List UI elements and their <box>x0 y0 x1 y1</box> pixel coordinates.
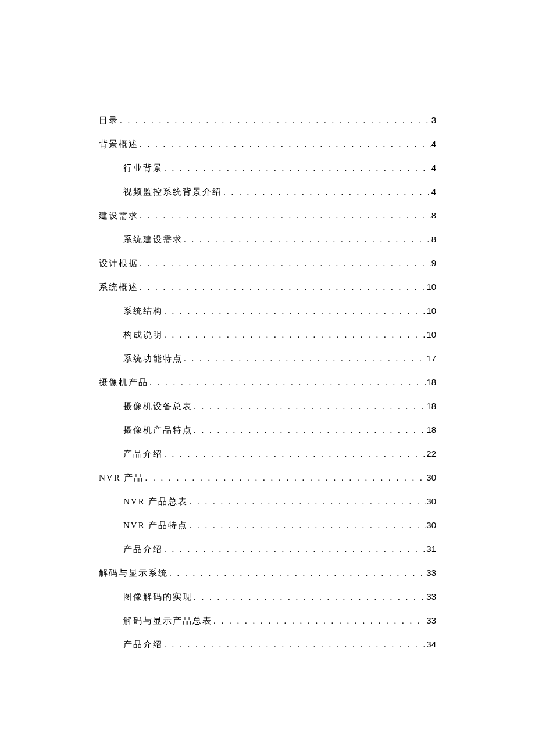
toc-entry: 背景概述. . . . . . . . . . . . . . . . . . … <box>99 139 436 150</box>
toc-entry: 摄像机产品. . . . . . . . . . . . . . . . . .… <box>99 377 436 388</box>
toc-entry: 摄像机产品特点. . . . . . . . . . . . . . . . .… <box>99 425 436 436</box>
toc-title: 摄像机设备总表 <box>123 401 192 412</box>
toc-leader-dots: . . . . . . . . . . . . . . . . . . . . … <box>168 568 426 578</box>
toc-page-number: 8 <box>431 234 436 244</box>
toc-entry: 视频监控系统背景介绍. . . . . . . . . . . . . . . … <box>99 187 436 198</box>
toc-title: 行业背景 <box>123 163 163 174</box>
toc-entry: 解码与显示系统. . . . . . . . . . . . . . . . .… <box>99 568 436 579</box>
toc-title: NVR 产品 <box>99 472 144 483</box>
toc-page-number: 4 <box>431 139 436 149</box>
toc-page-number: 31 <box>426 544 436 554</box>
toc-page-number: 34 <box>426 639 436 649</box>
toc-page-number: 22 <box>426 449 436 458</box>
toc-entry: 行业背景. . . . . . . . . . . . . . . . . . … <box>99 163 436 174</box>
toc-title: 系统建设需求 <box>123 234 183 245</box>
toc-entry: 构成说明. . . . . . . . . . . . . . . . . . … <box>99 329 436 341</box>
toc-entry: 建设需求. . . . . . . . . . . . . . . . . . … <box>99 210 436 221</box>
toc-title: 系统功能特点 <box>123 353 183 364</box>
toc-entry: 系统结构. . . . . . . . . . . . . . . . . . … <box>99 306 436 317</box>
toc-entry: 摄像机设备总表. . . . . . . . . . . . . . . . .… <box>99 401 436 412</box>
toc-entry: NVR 产品特点. . . . . . . . . . . . . . . . … <box>99 520 436 531</box>
toc-leader-dots: . . . . . . . . . . . . . . . . . . . . … <box>188 497 426 507</box>
toc-entry: 目录. . . . . . . . . . . . . . . . . . . … <box>99 115 436 126</box>
toc-title: NVR 产品总表 <box>123 496 188 507</box>
toc-entry: 产品介绍. . . . . . . . . . . . . . . . . . … <box>99 544 436 555</box>
toc-title: 图像解码的实现 <box>123 592 192 603</box>
toc-page-number: 3 <box>431 115 436 125</box>
toc-page-number: 33 <box>426 568 436 578</box>
toc-entry: 设计根据. . . . . . . . . . . . . . . . . . … <box>99 258 436 269</box>
toc-title: 目录 <box>99 115 119 126</box>
toc-leader-dots: . . . . . . . . . . . . . . . . . . . . … <box>163 544 426 554</box>
toc-title: 设计根据 <box>99 258 138 269</box>
toc-leader-dots: . . . . . . . . . . . . . . . . . . . . … <box>192 402 426 411</box>
toc-title: NVR 产品特点 <box>123 520 188 531</box>
toc-leader-dots: . . . . . . . . . . . . . . . . . . . . … <box>163 640 426 650</box>
toc-page-number: 10 <box>426 306 436 316</box>
toc-page-number: 10 <box>426 329 436 339</box>
toc-title: 系统结构 <box>123 306 163 317</box>
toc-page-number: 4 <box>431 187 436 196</box>
toc-leader-dots: . . . . . . . . . . . . . . . . . . . . … <box>138 259 431 268</box>
toc-entry: 产品介绍. . . . . . . . . . . . . . . . . . … <box>99 639 436 650</box>
toc-page-number: 18 <box>426 401 436 411</box>
toc-leader-dots: . . . . . . . . . . . . . . . . . . . . … <box>222 187 431 197</box>
toc-page-number: 4 <box>431 163 436 173</box>
toc-leader-dots: . . . . . . . . . . . . . . . . . . . . … <box>163 306 426 316</box>
toc-title: 建设需求 <box>99 210 138 221</box>
toc-leader-dots: . . . . . . . . . . . . . . . . . . . . … <box>138 139 431 149</box>
toc-leader-dots: . . . . . . . . . . . . . . . . . . . . … <box>192 425 426 435</box>
toc-title: 摄像机产品特点 <box>123 425 192 436</box>
toc-entry: 系统概述. . . . . . . . . . . . . . . . . . … <box>99 282 436 293</box>
toc-page-number: 10 <box>426 282 436 292</box>
toc-leader-dots: . . . . . . . . . . . . . . . . . . . . … <box>138 211 431 221</box>
toc-title: 解码与显示产品总表 <box>123 615 212 626</box>
toc-page-number: 30 <box>426 472 436 482</box>
toc-page-number: 18 <box>426 425 436 435</box>
toc-page-number: 30 <box>426 520 436 530</box>
table-of-contents: 目录. . . . . . . . . . . . . . . . . . . … <box>99 115 436 650</box>
toc-leader-dots: . . . . . . . . . . . . . . . . . . . . … <box>163 163 431 173</box>
toc-leader-dots: . . . . . . . . . . . . . . . . . . . . … <box>183 235 431 245</box>
toc-entry: 系统建设需求. . . . . . . . . . . . . . . . . … <box>99 234 436 245</box>
toc-title: 产品介绍 <box>123 449 163 460</box>
toc-title: 摄像机产品 <box>99 377 148 388</box>
toc-page-number: 8 <box>431 210 436 220</box>
toc-leader-dots: . . . . . . . . . . . . . . . . . . . . … <box>148 378 426 388</box>
toc-title: 系统概述 <box>99 282 138 293</box>
toc-page-number: 33 <box>426 592 436 601</box>
toc-title: 产品介绍 <box>123 639 163 650</box>
toc-entry: 产品介绍. . . . . . . . . . . . . . . . . . … <box>99 449 436 460</box>
toc-leader-dots: . . . . . . . . . . . . . . . . . . . . … <box>163 330 426 340</box>
toc-title: 解码与显示系统 <box>99 568 168 579</box>
toc-title: 视频监控系统背景介绍 <box>123 187 222 198</box>
toc-leader-dots: . . . . . . . . . . . . . . . . . . . . … <box>163 449 426 459</box>
toc-page-number: 9 <box>431 258 436 268</box>
toc-title: 背景概述 <box>99 139 138 150</box>
toc-entry: 图像解码的实现. . . . . . . . . . . . . . . . .… <box>99 592 436 603</box>
toc-entry: NVR 产品总表. . . . . . . . . . . . . . . . … <box>99 496 436 507</box>
toc-page-number: 33 <box>426 615 436 625</box>
toc-leader-dots: . . . . . . . . . . . . . . . . . . . . … <box>192 592 426 602</box>
toc-entry: 系统功能特点. . . . . . . . . . . . . . . . . … <box>99 353 436 364</box>
toc-leader-dots: . . . . . . . . . . . . . . . . . . . . … <box>188 521 426 531</box>
toc-page-number: 17 <box>426 353 436 363</box>
toc-leader-dots: . . . . . . . . . . . . . . . . . . . . … <box>212 616 426 626</box>
toc-leader-dots: . . . . . . . . . . . . . . . . . . . . … <box>144 473 426 483</box>
toc-leader-dots: . . . . . . . . . . . . . . . . . . . . … <box>183 354 426 364</box>
toc-page-number: 30 <box>426 496 436 506</box>
toc-title: 产品介绍 <box>123 544 163 555</box>
toc-leader-dots: . . . . . . . . . . . . . . . . . . . . … <box>138 282 426 292</box>
toc-title: 构成说明 <box>123 329 163 341</box>
toc-page-number: 18 <box>426 377 436 387</box>
toc-entry: NVR 产品. . . . . . . . . . . . . . . . . … <box>99 472 436 483</box>
toc-entry: 解码与显示产品总表. . . . . . . . . . . . . . . .… <box>99 615 436 626</box>
toc-leader-dots: . . . . . . . . . . . . . . . . . . . . … <box>119 116 431 126</box>
